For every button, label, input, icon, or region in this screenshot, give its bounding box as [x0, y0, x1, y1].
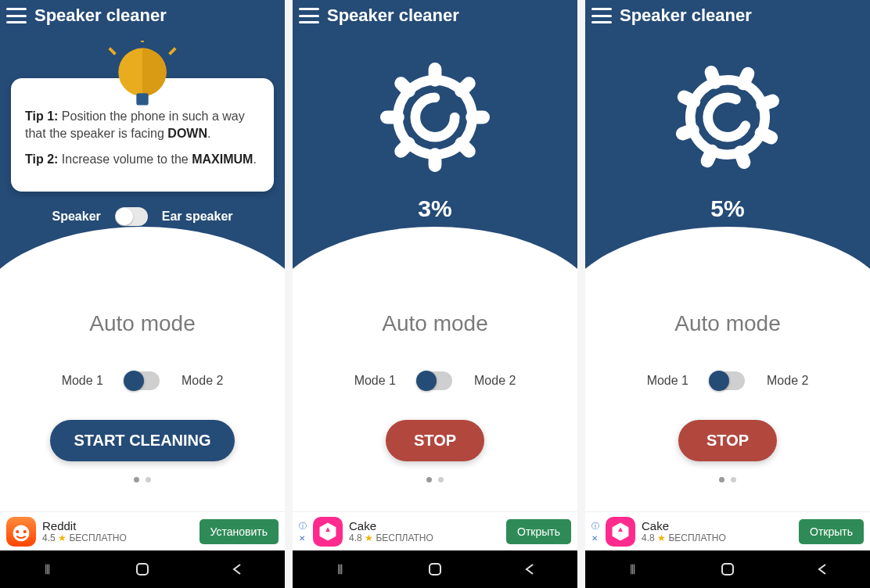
mode-1-label: Mode 1: [647, 374, 688, 388]
ad-app-icon: [606, 517, 635, 547]
recents-button[interactable]: ⦀: [621, 558, 645, 581]
ad-subtitle: 4.8 ★ БЕСПЛАТНО: [642, 532, 793, 543]
back-button[interactable]: [225, 558, 249, 581]
ad-text: Cake 4.8 ★ БЕСПЛАТНО: [642, 519, 793, 543]
svg-rect-12: [430, 564, 440, 575]
ad-banner[interactable]: ⓘ ✕ Cake 4.8 ★ БЕСПЛАТНО Открыть: [585, 511, 870, 550]
ad-cta-button[interactable]: Открыть: [799, 519, 864, 544]
ad-banner[interactable]: ⓘ ✕ Cake 4.8 ★ БЕСПЛАТНО Открыть: [293, 511, 577, 550]
home-button[interactable]: [423, 558, 447, 581]
ad-text: Cake 4.8 ★ БЕСПЛАТНО: [349, 519, 500, 543]
app-bar: Speaker cleaner: [293, 0, 577, 31]
ad-title: Reddit: [42, 519, 193, 532]
progress-percent: 3%: [418, 195, 451, 222]
ad-subtitle: 4.5 ★ БЕСПЛАТНО: [42, 532, 193, 543]
ad-app-icon: [6, 517, 36, 547]
start-cleaning-button[interactable]: START CLEANING: [50, 420, 234, 461]
menu-icon[interactable]: [6, 8, 27, 23]
auto-mode-title: Auto mode: [674, 311, 780, 336]
recents-button[interactable]: ⦀: [36, 558, 59, 581]
mode-1-label: Mode 1: [62, 374, 103, 388]
ad-info-icon[interactable]: ⓘ: [591, 521, 599, 532]
speaker-toggle-row: Speaker Ear speaker: [52, 207, 233, 226]
app-title: Speaker cleaner: [327, 5, 459, 26]
gear-icon: [655, 45, 800, 190]
ad-banner[interactable]: Reddit 4.5 ★ БЕСПЛАТНО Установить: [0, 511, 285, 550]
mode-2-label: Mode 2: [474, 374, 516, 388]
page-dots: [134, 477, 151, 482]
mode-toggle[interactable]: [125, 371, 160, 390]
auto-mode-title: Auto mode: [89, 311, 195, 336]
mode-toggle-row: Mode 1 Mode 2: [354, 371, 516, 390]
phone-screen-2: Speaker cleaner 3% Auto mode Mode 1 Mode…: [293, 0, 577, 588]
ad-cta-button[interactable]: Открыть: [506, 519, 571, 544]
recents-button[interactable]: ⦀: [329, 558, 352, 581]
ear-speaker-label: Ear speaker: [162, 210, 233, 224]
dot-2[interactable]: [438, 477, 444, 482]
svg-point-13: [678, 68, 778, 167]
mode-toggle[interactable]: [418, 371, 452, 390]
mode-toggle-row: Mode 1 Mode 2: [62, 371, 224, 390]
stop-button[interactable]: STOP: [678, 420, 777, 461]
mode-1-label: Mode 1: [354, 374, 396, 388]
speaker-toggle[interactable]: [115, 207, 148, 226]
dot-1[interactable]: [426, 477, 432, 482]
mode-2-label: Mode 2: [767, 374, 808, 388]
svg-point-6: [16, 529, 19, 532]
svg-rect-16: [722, 564, 733, 575]
auto-mode-title: Auto mode: [382, 311, 487, 336]
android-nav-bar: ⦀: [293, 550, 577, 588]
page-dots: [426, 477, 444, 482]
home-button[interactable]: [716, 558, 739, 581]
svg-rect-8: [137, 564, 148, 575]
svg-point-7: [23, 529, 27, 532]
progress-percent: 5%: [710, 195, 744, 222]
svg-rect-1: [136, 93, 148, 105]
ad-close-icon[interactable]: ✕: [591, 534, 599, 543]
ad-close-icon[interactable]: ✕: [299, 534, 307, 543]
ad-info-icon[interactable]: ⓘ: [299, 521, 307, 532]
ad-title: Cake: [642, 519, 793, 532]
dot-2[interactable]: [731, 477, 736, 482]
mode-toggle-row: Mode 1 Mode 2: [647, 371, 809, 390]
stop-button[interactable]: STOP: [386, 420, 484, 461]
svg-line-4: [170, 48, 176, 55]
app-bar: Speaker cleaner: [0, 0, 285, 31]
ad-info-controls: ⓘ ✕: [591, 521, 599, 543]
dot-1[interactable]: [134, 477, 139, 482]
android-nav-bar: ⦀: [0, 550, 285, 588]
svg-point-5: [13, 525, 30, 541]
ad-subtitle: 4.8 ★ БЕСПЛАТНО: [349, 532, 500, 543]
tips-card: Tip 1: Position the phone in such a way …: [11, 78, 274, 192]
menu-icon[interactable]: [299, 8, 319, 23]
gear-icon: [380, 63, 490, 172]
lightbulb-icon: [105, 41, 180, 116]
speaker-label: Speaker: [52, 210, 101, 224]
ad-text: Reddit 4.5 ★ БЕСПЛАТНО: [42, 519, 193, 543]
mode-2-label: Mode 2: [182, 374, 223, 388]
back-button[interactable]: [518, 558, 541, 581]
ad-cta-button[interactable]: Установить: [200, 519, 279, 544]
app-title: Speaker cleaner: [620, 5, 752, 26]
ad-info-controls: ⓘ ✕: [299, 521, 307, 543]
svg-line-3: [110, 48, 116, 55]
app-title: Speaker cleaner: [34, 5, 167, 26]
mode-toggle[interactable]: [710, 371, 745, 390]
home-button[interactable]: [131, 558, 154, 581]
back-button[interactable]: [811, 558, 834, 581]
phone-screen-1: Speaker cleaner Tip 1: Position the phon…: [0, 0, 285, 588]
page-dots: [719, 477, 736, 482]
android-nav-bar: ⦀: [585, 550, 870, 588]
tip-2: Tip 2: Increase volume to the MAXIMUM.: [25, 151, 260, 168]
dot-1[interactable]: [719, 477, 724, 482]
ad-app-icon: [313, 517, 343, 547]
dot-2[interactable]: [146, 477, 151, 482]
menu-icon[interactable]: [591, 8, 612, 23]
phone-screen-3: Speaker cleaner 5% Auto mode Mode 1 Mode…: [585, 0, 870, 588]
ad-title: Cake: [349, 519, 500, 532]
app-bar: Speaker cleaner: [585, 0, 870, 31]
